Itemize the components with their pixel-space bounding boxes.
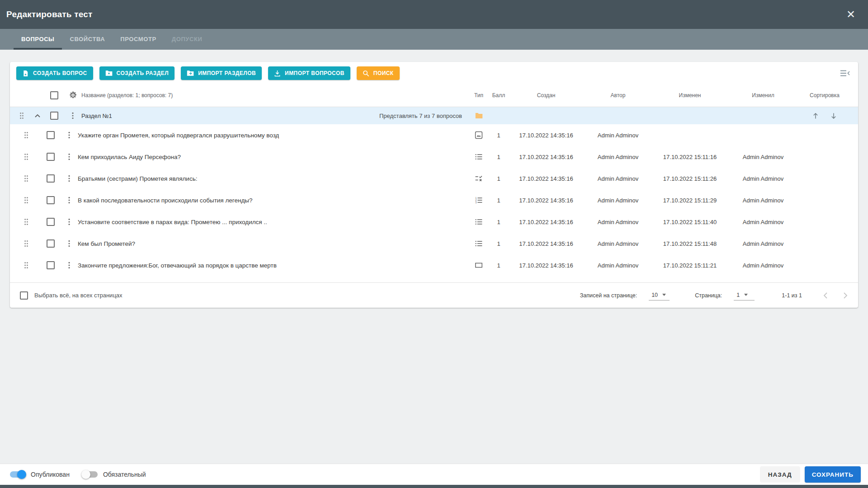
required-toggle[interactable]: Обязательный bbox=[82, 471, 146, 478]
question-text[interactable]: Укажите орган Прометея, который подверга… bbox=[78, 132, 279, 139]
download-icon bbox=[274, 70, 281, 77]
close-icon[interactable]: ✕ bbox=[844, 7, 858, 22]
page-select[interactable]: 1 bbox=[734, 291, 755, 300]
per-page-select[interactable]: 10 bbox=[649, 291, 670, 300]
question-text[interactable]: Кем был Прометей? bbox=[78, 240, 135, 247]
question-modified: 17.10.2022 15:11:29 bbox=[652, 197, 728, 204]
kebab-menu-icon[interactable] bbox=[68, 131, 70, 139]
question-author: Admin Adminov bbox=[584, 219, 652, 225]
tab-questions[interactable]: ВОПРОСЫ bbox=[14, 29, 62, 50]
published-switch-track[interactable] bbox=[10, 471, 25, 478]
section-checkbox[interactable] bbox=[50, 112, 58, 120]
row-checkbox[interactable] bbox=[47, 196, 55, 204]
question-text[interactable]: Братьями (сестрами) Прометея являлись: bbox=[78, 175, 197, 182]
question-created: 17.10.2022 14:35:16 bbox=[508, 175, 584, 182]
chevron-left-icon[interactable] bbox=[823, 292, 828, 299]
per-page-value: 10 bbox=[651, 292, 658, 298]
create-question-button[interactable]: СОЗДАТЬ ВОПРОС bbox=[16, 66, 93, 80]
question-type-cell: 123 bbox=[468, 196, 489, 204]
question-modified-by: Admin Adminov bbox=[728, 154, 798, 160]
tab-admissions: ДОПУСКИ bbox=[164, 29, 210, 50]
row-checkbox[interactable] bbox=[47, 131, 55, 139]
row-checkbox[interactable] bbox=[47, 174, 55, 183]
published-label: Опубликован bbox=[31, 471, 70, 478]
row-checkbox[interactable] bbox=[47, 239, 55, 248]
drag-handle-icon[interactable] bbox=[19, 112, 24, 119]
required-label: Обязательный bbox=[103, 471, 146, 478]
chevron-right-icon[interactable] bbox=[843, 292, 848, 299]
row-checkbox[interactable] bbox=[47, 261, 55, 269]
questions-card: СОЗДАТЬ ВОПРОС СОЗДАТЬ РАЗДЕЛ ИМПОРТ РАЗ… bbox=[10, 62, 858, 308]
select-all-header-checkbox[interactable] bbox=[50, 91, 58, 99]
gear-icon[interactable] bbox=[69, 91, 77, 99]
drag-handle-icon[interactable] bbox=[24, 131, 28, 139]
drag-handle-icon[interactable] bbox=[24, 153, 28, 160]
table-footer: Выбрать всё, на всех страницах Записей н… bbox=[10, 282, 858, 308]
import-sections-button[interactable]: ИМПОРТ РАЗДЕЛОВ bbox=[181, 66, 262, 80]
question-score: 1 bbox=[489, 175, 508, 182]
drag-handle-icon[interactable] bbox=[24, 240, 28, 247]
choice-list-icon bbox=[475, 153, 483, 161]
question-author: Admin Adminov bbox=[584, 132, 652, 139]
folder-icon bbox=[475, 113, 483, 119]
published-switch-thumb[interactable] bbox=[17, 470, 26, 479]
bottom-strip bbox=[0, 485, 868, 488]
kebab-menu-icon[interactable] bbox=[68, 197, 70, 204]
caret-down-icon bbox=[662, 294, 666, 296]
question-created: 17.10.2022 14:35:16 bbox=[508, 240, 584, 247]
kebab-menu-icon[interactable] bbox=[68, 218, 70, 225]
kebab-menu-icon[interactable] bbox=[68, 262, 70, 269]
question-modified: 17.10.2022 15:11:40 bbox=[652, 219, 728, 225]
question-created: 17.10.2022 14:35:16 bbox=[508, 262, 584, 269]
select-all-pages-checkbox[interactable] bbox=[20, 291, 28, 300]
question-text[interactable]: Установите соответствие в парах вида: Пр… bbox=[78, 219, 267, 225]
search-icon bbox=[363, 70, 369, 77]
question-type-cell: 123 bbox=[468, 174, 489, 183]
drag-handle-icon[interactable] bbox=[24, 262, 28, 269]
save-button[interactable]: СОХРАНИТЬ bbox=[805, 466, 861, 483]
create-section-button[interactable]: СОЗДАТЬ РАЗДЕЛ bbox=[99, 66, 175, 80]
drag-handle-icon[interactable] bbox=[24, 175, 28, 182]
table-row: Кем был Прометей? 123 1 17.10.2022 14:35… bbox=[10, 233, 858, 254]
search-button[interactable]: ПОИСК bbox=[357, 66, 400, 80]
import-questions-button[interactable]: ИМПОРТ ВОПРОСОВ bbox=[268, 66, 350, 80]
chevron-up-icon[interactable] bbox=[35, 114, 40, 117]
move-down-icon[interactable] bbox=[830, 113, 837, 119]
table-header: Название (разделов: 1; вопросов: 7) Тип … bbox=[10, 84, 858, 107]
question-created: 17.10.2022 14:35:16 bbox=[508, 132, 584, 139]
kebab-menu-icon[interactable] bbox=[68, 153, 70, 160]
tab-properties[interactable]: СВОЙСТВА bbox=[62, 29, 113, 50]
kebab-menu-icon[interactable] bbox=[68, 240, 70, 247]
row-checkbox[interactable] bbox=[47, 153, 55, 161]
published-toggle[interactable]: Опубликован bbox=[10, 471, 70, 478]
kebab-menu-icon[interactable] bbox=[68, 175, 70, 182]
drag-handle-icon[interactable] bbox=[24, 218, 28, 225]
menu-collapse-button[interactable] bbox=[839, 68, 852, 78]
page-value: 1 bbox=[736, 292, 740, 298]
question-type-cell: 123 bbox=[468, 218, 489, 226]
back-button[interactable]: НАЗАД bbox=[760, 466, 800, 483]
choice-list-icon bbox=[475, 218, 483, 226]
col-type: Тип bbox=[468, 92, 489, 99]
question-text[interactable]: В какой последовательности происходили с… bbox=[78, 197, 253, 204]
import-questions-label: ИМПОРТ ВОПРОСОВ bbox=[285, 70, 344, 76]
required-switch-thumb[interactable] bbox=[81, 470, 90, 479]
question-modified: 17.10.2022 15:11:16 bbox=[652, 154, 728, 160]
tab-preview[interactable]: ПРОСМОТР bbox=[113, 29, 164, 50]
col-author: Автор bbox=[584, 92, 652, 99]
question-modified-by: Admin Adminov bbox=[728, 219, 798, 225]
move-up-icon[interactable] bbox=[812, 113, 819, 119]
bottom-action-bar: Опубликован Обязательный НАЗАД СОХРАНИТЬ bbox=[0, 464, 868, 485]
section-title: Раздел №1 bbox=[81, 113, 112, 119]
question-text[interactable]: Закончите предложения:Бог, отвечающий за… bbox=[78, 262, 277, 269]
col-modified-by: Изменил bbox=[728, 92, 798, 99]
question-score: 1 bbox=[489, 240, 508, 247]
question-text[interactable]: Кем приходилась Аиду Персефона? bbox=[78, 154, 181, 160]
required-switch-track[interactable] bbox=[82, 471, 98, 478]
drag-handle-icon[interactable] bbox=[24, 197, 28, 204]
row-checkbox[interactable] bbox=[47, 218, 55, 226]
kebab-menu-icon[interactable] bbox=[72, 112, 74, 119]
page-range: 1-1 из 1 bbox=[782, 292, 802, 299]
svg-text:3: 3 bbox=[475, 201, 476, 204]
question-type-cell: 123 bbox=[468, 261, 489, 269]
